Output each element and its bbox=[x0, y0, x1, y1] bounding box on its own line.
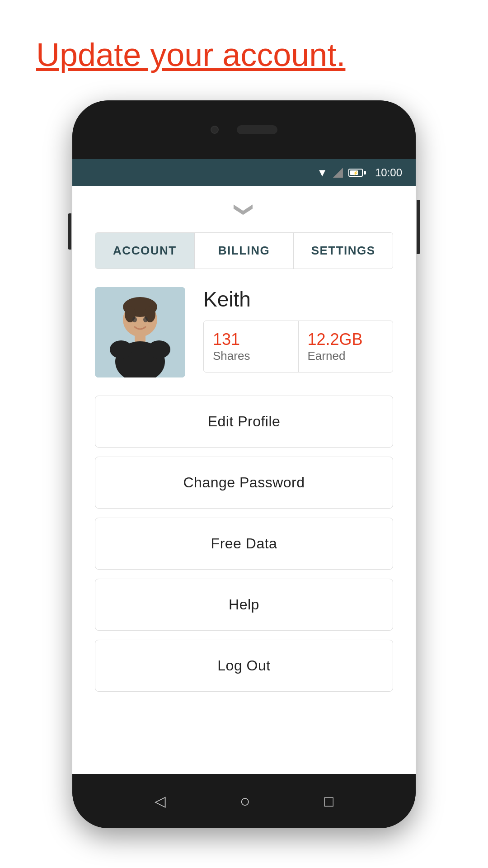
svg-point-9 bbox=[110, 340, 132, 359]
shares-label: Shares bbox=[213, 349, 289, 363]
change-password-button[interactable]: Change Password bbox=[95, 457, 393, 509]
phone-device: ▼ ⚡ 10:00 ❯ ACCOUNT BIL bbox=[72, 100, 416, 828]
battery-icon: ⚡ bbox=[348, 169, 366, 177]
status-time: 10:00 bbox=[375, 166, 402, 179]
svg-point-6 bbox=[143, 317, 148, 322]
status-bar: ▼ ⚡ 10:00 bbox=[72, 159, 416, 186]
home-button[interactable] bbox=[240, 792, 250, 811]
back-button[interactable] bbox=[155, 793, 166, 810]
log-out-button[interactable]: Log Out bbox=[95, 640, 393, 692]
profile-section: Keith 131 Shares 12.2GB Earned bbox=[95, 287, 393, 377]
shares-stat: 131 Shares bbox=[204, 321, 299, 372]
stats-grid: 131 Shares 12.2GB Earned bbox=[203, 321, 393, 373]
edit-profile-button[interactable]: Edit Profile bbox=[95, 396, 393, 448]
recents-button[interactable] bbox=[324, 793, 334, 810]
app-content: ❯ ACCOUNT BILLING SETTINGS bbox=[72, 186, 416, 774]
tab-settings[interactable]: SETTINGS bbox=[294, 233, 393, 269]
signal-icon bbox=[333, 168, 343, 178]
bottom-bezel bbox=[72, 774, 416, 828]
free-data-button[interactable]: Free Data bbox=[95, 518, 393, 570]
earned-stat: 12.2GB Earned bbox=[299, 321, 393, 372]
tab-billing[interactable]: BILLING bbox=[195, 233, 294, 269]
username: Keith bbox=[203, 287, 393, 311]
volume-button bbox=[68, 213, 71, 250]
tab-account[interactable]: ACCOUNT bbox=[95, 233, 195, 269]
chevron-container[interactable]: ❯ bbox=[95, 200, 393, 219]
profile-info: Keith 131 Shares 12.2GB Earned bbox=[203, 287, 393, 373]
chevron-down-icon[interactable]: ❯ bbox=[235, 202, 253, 217]
page-title: Update your account. bbox=[36, 36, 345, 73]
avatar bbox=[95, 287, 185, 377]
power-button bbox=[417, 200, 420, 254]
top-bezel bbox=[72, 100, 416, 159]
status-icons: ▼ ⚡ 10:00 bbox=[317, 166, 402, 179]
svg-point-5 bbox=[132, 317, 137, 322]
phone-shell: ▼ ⚡ 10:00 ❯ ACCOUNT BIL bbox=[72, 100, 416, 828]
earned-value: 12.2GB bbox=[308, 330, 384, 349]
front-camera bbox=[211, 126, 219, 134]
shares-value: 131 bbox=[213, 330, 289, 349]
tabs-container: ACCOUNT BILLING SETTINGS bbox=[95, 232, 393, 269]
action-buttons: Edit Profile Change Password Free Data H… bbox=[95, 396, 393, 692]
speaker bbox=[237, 125, 277, 134]
svg-point-10 bbox=[148, 340, 170, 359]
help-button[interactable]: Help bbox=[95, 579, 393, 631]
earned-label: Earned bbox=[308, 349, 384, 363]
wifi-icon: ▼ bbox=[317, 166, 328, 179]
